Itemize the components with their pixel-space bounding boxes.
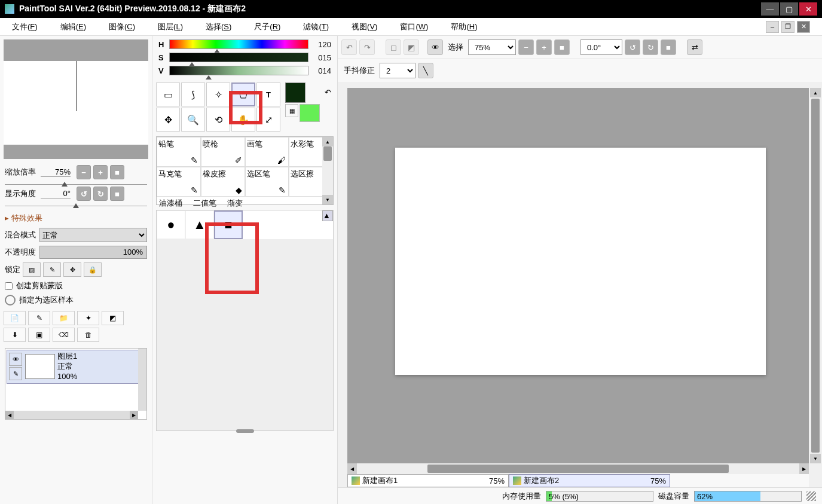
special-effects-header[interactable]: 特殊效果 [0,210,152,226]
menu-edit[interactable]: 编辑(E) [60,22,86,32]
canvas-angle-select[interactable]: 0.0° [580,39,622,55]
brush-eraser[interactable]: 橡皮擦◆ [201,167,245,197]
hand-tool[interactable]: ✋ [231,108,255,132]
menu-file[interactable]: 文件(F) [12,22,38,32]
clipping-mask-checkbox[interactable] [5,282,13,290]
rect-select-tool[interactable]: ▭ [156,83,180,106]
merge-button[interactable]: ⬇ [4,328,26,342]
navigator-preview[interactable] [4,39,148,159]
brush-bucket[interactable]: 油漆桶 [159,198,182,209]
tab-canvas1[interactable]: 新建画布1 75% [347,474,509,487]
zoom-slider[interactable] [5,182,147,187]
undo-button[interactable]: ↶ [341,39,357,55]
zoom-out-button[interactable]: − [77,165,91,179]
angle-slider[interactable] [5,203,147,208]
shape-tool[interactable]: ⬠ [231,83,255,106]
rotate-tool[interactable]: ⟲ [206,108,230,132]
zoom-tool[interactable]: 🔍 [181,108,205,132]
brush-selpen[interactable]: 选区笔✎ [245,167,289,197]
flip-button[interactable]: ⇄ [687,39,702,55]
flatten-button[interactable]: ▣ [28,328,50,342]
menu-view[interactable]: 视图(V) [352,22,377,32]
layer-visibility-icon[interactable]: 👁 [9,353,22,366]
lock-none-button[interactable]: ▨ [23,262,41,277]
child-minimize-button[interactable]: – [766,21,779,33]
eyedropper-tool[interactable]: ⤢ [256,108,280,132]
text-tool[interactable]: T [256,83,280,106]
canvas-hscrollbar[interactable]: ◀▶ [347,463,809,474]
line-tool-icon[interactable]: ╲ [418,63,433,78]
eye-icon[interactable]: 👁 [427,39,443,55]
close-button[interactable]: ✕ [799,2,817,16]
rotate-cw-button[interactable]: ↻ [93,187,108,201]
brush-marker[interactable]: 马克笔✎ [157,167,201,197]
rotate-ccw-button[interactable]: ↺ [77,187,91,201]
canvas[interactable] [395,148,766,375]
selection-source-indicator[interactable] [5,295,16,306]
lock-pixel-button[interactable]: ✎ [43,262,61,277]
menu-window[interactable]: 窗口(W) [400,22,428,32]
new-folder-button[interactable]: 📁 [53,311,75,325]
brush-brush[interactable]: 画笔🖌 [245,137,289,167]
shapebox-scroll[interactable]: ▲ [322,210,333,221]
background-color[interactable] [300,104,320,122]
swap-colors-icon[interactable]: ↶ [322,83,334,102]
canvas-rotate-ccw[interactable]: ↺ [625,39,640,55]
canvas-rotate-cw[interactable]: ↻ [643,39,658,55]
blend-mode-select[interactable]: 正常 [39,228,147,242]
canvas-zoom-in[interactable]: + [536,39,552,55]
child-restore-button[interactable]: ❐ [781,21,795,33]
tab-canvas2[interactable]: 新建画布2 75% [509,474,670,487]
move-tool[interactable]: ✥ [156,108,180,132]
layerlist-vscrollbar[interactable] [138,349,146,411]
brush-binary[interactable]: 二值笔 [193,198,216,209]
lock-all-button[interactable]: 🔒 [84,262,102,277]
mask-button[interactable]: ◩ [102,311,124,325]
resize-grip[interactable] [806,491,816,501]
menu-select[interactable]: 选择(S) [206,22,231,32]
canvas-viewport[interactable] [347,88,809,463]
invert-sel-button[interactable]: ◩ [404,39,419,55]
menu-help[interactable]: 帮助(H) [451,22,477,32]
minimize-button[interactable]: — [761,2,779,16]
delete-layer-button[interactable]: 🗑 [77,328,99,342]
shape-square[interactable]: ■ [214,210,243,239]
deselect-button[interactable]: ◻ [386,39,401,55]
panel-grip[interactable] [236,429,254,433]
sat-slider[interactable] [169,53,308,62]
new-layer-button[interactable]: 📄 [4,311,26,325]
menu-image[interactable]: 图像(C) [109,22,135,32]
transparent-toggle[interactable]: ▦ [285,104,298,117]
layer-item[interactable]: 👁 ✎ 图层1 正常 100% [7,350,145,384]
magic-wand-tool[interactable]: ✧ [206,83,230,106]
maximize-button[interactable]: ▢ [780,2,798,16]
canvas-zoom-select[interactable]: 75% [468,39,516,55]
menu-filter[interactable]: 滤镜(T) [303,22,329,32]
angle-reset-button[interactable]: ■ [110,187,124,201]
brushlist-scrollbar[interactable]: ▲▼ [322,137,333,204]
transfer-button[interactable]: ✦ [77,311,99,325]
val-slider[interactable] [169,66,308,75]
foreground-color[interactable] [285,83,305,103]
menu-layer[interactable]: 图层(L) [158,22,183,32]
redo-button[interactable]: ↷ [359,39,375,55]
clear-button[interactable]: ⌫ [53,328,75,342]
layerlist-hscrollbar[interactable]: ◀▶ [5,411,138,419]
canvas-zoom-fit[interactable]: ■ [554,39,570,55]
new-linework-button[interactable]: ✎ [28,311,50,325]
canvas-vscrollbar[interactable]: ▲▼ [810,88,821,463]
menu-ruler[interactable]: 尺子(R) [254,22,280,32]
canvas-angle-reset[interactable]: ■ [661,39,676,55]
shape-triangle[interactable]: ▲ [185,210,214,239]
opacity-bar[interactable]: 100% [39,246,147,259]
shape-circle[interactable]: ● [157,210,185,239]
brush-airbrush[interactable]: 喷枪✐ [201,137,245,167]
lasso-tool[interactable]: ⟆ [181,83,205,106]
layer-edit-icon[interactable]: ✎ [9,367,22,380]
zoom-reset-button[interactable]: ■ [110,165,124,179]
zoom-in-button[interactable]: + [93,165,108,179]
child-close-button[interactable]: ✕ [797,21,810,33]
lock-move-button[interactable]: ✥ [63,262,81,277]
stabilizer-select[interactable]: 2 [380,63,415,78]
angle-value[interactable]: 0° [41,189,71,198]
